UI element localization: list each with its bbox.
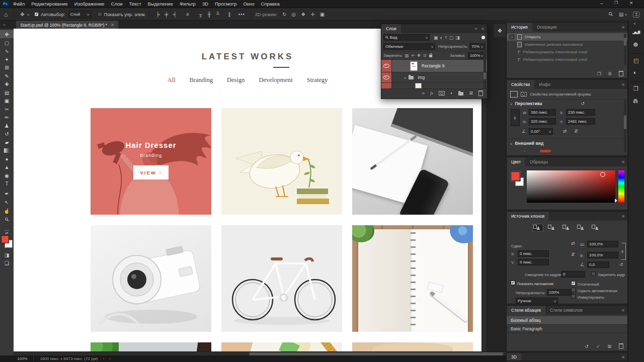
- panel-menu-icon[interactable]: ≡: [619, 354, 627, 359]
- menu-image[interactable]: Изображение: [74, 1, 105, 7]
- properties-scrollbar[interactable]: [624, 100, 626, 152]
- move-tool-icon[interactable]: ✥: [20, 12, 24, 17]
- panel-collapse-icon[interactable]: »: [475, 26, 477, 31]
- type-tool[interactable]: T: [0, 179, 14, 188]
- document-tab[interactable]: StartUp.psd @ 100% (Rectangle 9, RGB/8*)…: [16, 21, 118, 29]
- adjustment-layer-icon[interactable]: ◐: [450, 90, 453, 96]
- layer-row-partial[interactable]: [381, 83, 487, 88]
- hand-tool[interactable]: ☝: [0, 207, 14, 215]
- height-field[interactable]: 320 пикс.: [529, 118, 556, 125]
- move-tool[interactable]: ✥: [0, 30, 14, 38]
- clone-source-3-icon[interactable]: ♟: [562, 224, 572, 231]
- hue-slider-marker[interactable]: [615, 199, 617, 203]
- restore-button[interactable]: ❐: [614, 1, 618, 5]
- history-item[interactable]: TРедактировать текстовый слой: [507, 56, 627, 63]
- filter-toggle-icon[interactable]: [481, 36, 485, 39]
- menu-edit[interactable]: Редактирование: [31, 1, 67, 7]
- home-icon[interactable]: ⌂: [4, 11, 8, 18]
- tab-info[interactable]: Инфо: [534, 80, 555, 89]
- hue-slider[interactable]: [618, 170, 624, 203]
- clone-angle-field[interactable]: 0,0: [587, 261, 609, 268]
- layer-thumbnail[interactable]: [410, 61, 418, 71]
- 3d-camera-icon[interactable]: ▣: [320, 12, 325, 17]
- history-scrollbar[interactable]: [624, 34, 626, 65]
- visibility-cell[interactable]: [381, 72, 392, 82]
- workspace-switcher-icon[interactable]: ▤∨: [619, 12, 627, 17]
- clone-x-field[interactable]: 0 пикс.: [518, 250, 549, 257]
- tab-color[interactable]: Цвет: [507, 157, 525, 166]
- slice-tool[interactable]: ✂: [0, 105, 14, 113]
- add-mask-icon[interactable]: [439, 91, 445, 96]
- foreground-color-swatch[interactable]: [511, 171, 520, 181]
- delete-state-icon[interactable]: [619, 71, 623, 76]
- sharpen-tool[interactable]: ▲: [0, 163, 14, 171]
- menu-3d[interactable]: 3D: [202, 1, 208, 7]
- panel-menu-icon[interactable]: ≡: [619, 306, 627, 315]
- quick-selection-tool[interactable]: ✦: [0, 55, 14, 63]
- autoselect-checkbox[interactable]: ✓: [34, 12, 39, 17]
- delete-style-icon[interactable]: [619, 343, 623, 349]
- lock-all-icon[interactable]: [429, 55, 432, 57]
- menu-filter[interactable]: Фильтр: [180, 1, 196, 7]
- reset-icon[interactable]: ↺: [619, 262, 623, 267]
- clone-source-5-icon[interactable]: ♟: [591, 224, 601, 231]
- history-item[interactable]: Изменение режима наложения: [507, 41, 627, 48]
- tab-3d[interactable]: 3D: [507, 353, 521, 360]
- tab-paragraph-styles[interactable]: Стили абзацев: [507, 306, 545, 315]
- quick-mask-icon[interactable]: ◨: [0, 251, 14, 259]
- new-doc-from-state-icon[interactable]: ❒: [597, 71, 601, 76]
- align-middle-icon[interactable]: ╫: [207, 12, 211, 17]
- lock-transparency-icon[interactable]: ▨: [405, 53, 409, 58]
- panel-menu-icon[interactable]: ≡: [619, 23, 627, 32]
- history-item[interactable]: TРедактировать текстовый слой: [507, 48, 627, 56]
- healing-brush-tool[interactable]: ✚: [0, 80, 14, 88]
- share-icon[interactable]: ↥: [633, 12, 640, 18]
- new-layer-icon[interactable]: ⊞: [469, 90, 473, 96]
- distribute-v-icon[interactable]: ∥: [228, 12, 230, 17]
- layer-style-icon[interactable]: fx: [430, 90, 433, 96]
- lock-position-icon[interactable]: ✥: [417, 53, 421, 58]
- visibility-cell[interactable]: [381, 83, 392, 88]
- menu-layers[interactable]: Слои: [111, 1, 123, 7]
- fill-select[interactable]: 100%∨: [468, 52, 485, 59]
- menu-select[interactable]: Выделение: [148, 1, 173, 7]
- flip-horizontal-icon[interactable]: ⇄: [571, 241, 575, 246]
- clone-source-panel-icon[interactable]: ❒: [633, 85, 638, 92]
- frame-offset-field[interactable]: 0: [561, 271, 585, 278]
- panel-menu-icon[interactable]: ≡: [619, 212, 627, 221]
- menu-window[interactable]: Окно: [243, 1, 254, 7]
- delete-layer-icon[interactable]: [478, 90, 483, 96]
- autohide-checkbox[interactable]: [571, 288, 576, 292]
- reset-icon[interactable]: ↺: [581, 101, 585, 106]
- eyedropper-tool[interactable]: ✎: [0, 72, 14, 80]
- width-field[interactable]: 360 пикс.: [529, 109, 556, 116]
- flip-vertical-icon[interactable]: ⇵: [571, 252, 575, 257]
- style-item-basic[interactable]: Базовый абзац: [507, 316, 627, 325]
- dodge-tool[interactable]: ◉: [0, 171, 14, 179]
- visibility-cell[interactable]: [381, 60, 392, 72]
- 3d-pan-icon[interactable]: ❖: [301, 12, 305, 17]
- blend-mode-select[interactable]: Обычные∨: [383, 43, 435, 50]
- tab-clone-source[interactable]: Источник клонов: [507, 212, 549, 221]
- collapse-icon[interactable]: ∨: [510, 102, 513, 106]
- layer-thumbnail[interactable]: [415, 83, 422, 88]
- libraries-panel-icon[interactable]: ◰: [633, 57, 638, 64]
- tab-properties[interactable]: Свойства: [507, 80, 534, 89]
- close-button[interactable]: ✕: [629, 1, 633, 6]
- clone-height-field[interactable]: 100,0%: [587, 252, 618, 258]
- filter-adjustment-layers-icon[interactable]: ◐: [440, 35, 443, 40]
- menu-file[interactable]: Файл: [13, 1, 25, 7]
- clipped-checkbox[interactable]: ✓: [571, 281, 576, 286]
- more-options-icon[interactable]: •••: [238, 12, 245, 17]
- eraser-tool[interactable]: ▰: [0, 138, 14, 146]
- mask-props-icon[interactable]: [521, 92, 527, 97]
- zoom-level[interactable]: 100%: [17, 356, 27, 361]
- overlay-mode-select[interactable]: Ручное∨: [516, 298, 558, 304]
- gradient-tool[interactable]: [0, 146, 14, 154]
- align-center-h-icon[interactable]: ╪: [165, 12, 168, 17]
- puppet-warp-panel-icon[interactable]: ⋒: [633, 98, 638, 105]
- saturation-brightness-field[interactable]: [527, 170, 615, 203]
- 3d-roll-icon[interactable]: ◎: [292, 12, 296, 17]
- tab-layers[interactable]: Слои: [381, 24, 401, 33]
- snapshot-icon[interactable]: ✇: [608, 71, 612, 76]
